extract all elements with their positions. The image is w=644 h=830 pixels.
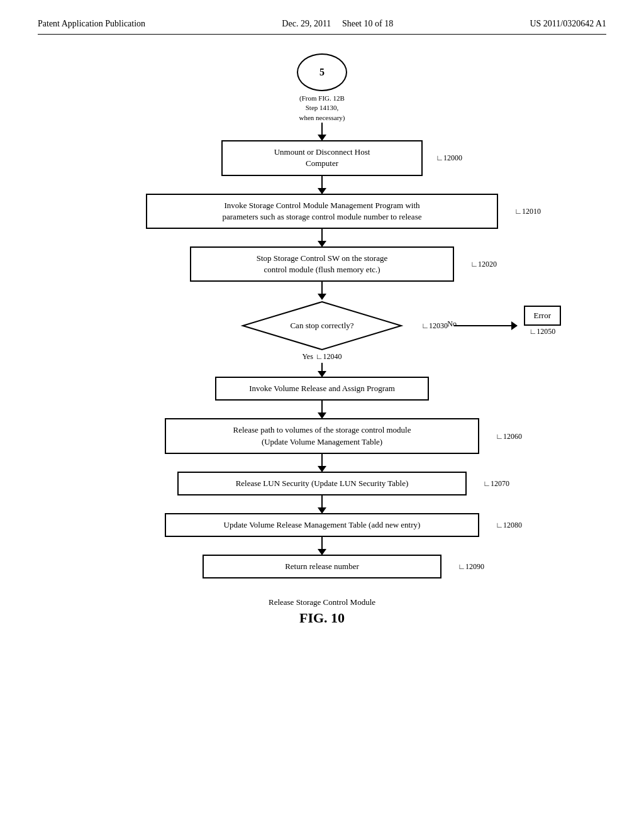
error-section: Error ∟12050	[524, 306, 561, 336]
step-12040-row: Invoke Volume Release and Assign Program	[77, 377, 567, 401]
step-12020-row: Stop Storage Control SW on the storageco…	[77, 246, 567, 282]
diagram-area: 5 (From FIG. 12BStep 14130,when necessar…	[77, 53, 567, 626]
arrow-6	[77, 401, 567, 418]
arrow-8	[77, 495, 567, 513]
step-12070-text: Release LUN Security (Update LUN Securit…	[236, 478, 409, 489]
step-12060-text: Release path to volumes of the storage c…	[233, 424, 411, 447]
connector-oval: 5	[297, 53, 347, 91]
no-branch	[454, 325, 517, 326]
step-12020-box: Stop Storage Control SW on the storageco…	[190, 246, 454, 282]
header-center: Dec. 29, 2011 Sheet 10 of 18	[282, 19, 393, 29]
no-arrow-head	[511, 321, 518, 330]
step-12010-text: Invoke Storage Control Module Management…	[223, 200, 422, 223]
caption-area: Release Storage Control Module FIG. 10	[77, 597, 567, 626]
decision-12030-wrapper: Can stop correctly? ∟12030 No	[240, 299, 404, 352]
connector-number: 5	[319, 66, 325, 79]
decision-12030: Can stop correctly?	[240, 299, 404, 352]
step-12090-text: Return release number	[285, 561, 359, 572]
step-12040-box: Invoke Volume Release and Assign Program	[215, 377, 429, 401]
step-12040-text: Invoke Volume Release and Assign Program	[249, 383, 395, 394]
step-12060-ref: ∟12060	[496, 431, 522, 441]
caption-line1: Release Storage Control Module	[77, 597, 567, 607]
step-12090-ref: ∟12090	[458, 562, 484, 572]
caption-fig-label: FIG. 10	[77, 610, 567, 626]
header-date: Dec. 29, 2011	[282, 19, 331, 28]
step-12010-row: Invoke Storage Control Module Management…	[77, 194, 567, 229]
arrow-9	[77, 537, 567, 555]
arrow-2	[77, 176, 567, 194]
no-label: No	[447, 319, 457, 329]
yes-label-row: Yes ∟12040	[302, 352, 341, 362]
step-12080-box: Update Volume Release Management Table (…	[165, 513, 479, 537]
step-12050-ref: ∟12050	[529, 327, 555, 336]
step-12040-ref: ∟12040	[316, 352, 342, 362]
step-12000-label: ∟12000	[436, 153, 462, 163]
step-12080-ref: ∟12080	[496, 521, 522, 530]
step-12020-ref: ∟12020	[470, 260, 497, 269]
header-right: US 2011/0320642 A1	[530, 19, 606, 29]
step-12030-ref: ∟12030	[421, 321, 448, 331]
connector-label: (From FIG. 12BStep 14130,when necessary)	[299, 94, 345, 123]
arrow-5	[321, 363, 323, 377]
arrow-7	[77, 454, 567, 472]
step-12040-wrapper: Invoke Volume Release and Assign Program	[215, 377, 429, 401]
step-12010-box: Invoke Storage Control Module Management…	[146, 194, 498, 229]
yes-label: Yes	[302, 352, 313, 362]
step-12000-row: Unmount or Disconnect HostComputer ∟1200…	[77, 140, 567, 175]
step-12020-text: Stop Storage Control SW on the storageco…	[257, 253, 387, 275]
error-text: Error	[534, 311, 551, 320]
arrow-1	[77, 123, 567, 140]
step-12090-row: Return release number ∟12090	[77, 555, 567, 578]
arrow-3	[77, 229, 567, 246]
yes-arrow-section: Yes ∟12040	[77, 352, 567, 377]
connector-section: 5 (From FIG. 12BStep 14130,when necessar…	[77, 53, 567, 123]
page-header: Patent Application Publication Dec. 29, …	[38, 19, 606, 35]
decision-12030-text: Can stop correctly?	[290, 321, 353, 331]
step-12070-row: Release LUN Security (Update LUN Securit…	[77, 472, 567, 495]
page: Patent Application Publication Dec. 29, …	[0, 0, 644, 830]
header-sheet: Sheet 10 of 18	[342, 19, 393, 28]
step-12030-row: Can stop correctly? ∟12030 No Error	[77, 299, 567, 352]
step-12010-ref: ∟12010	[514, 206, 541, 216]
arrow-4	[77, 282, 567, 299]
step-12070-ref: ∟12070	[483, 479, 509, 488]
step-12080-row: Update Volume Release Management Table (…	[77, 513, 567, 537]
step-12070-box: Release LUN Security (Update LUN Securit…	[177, 472, 467, 495]
step-12000-box: Unmount or Disconnect HostComputer ∟1200…	[221, 140, 423, 175]
step-12090-box: Return release number	[203, 555, 441, 578]
no-arrow-h	[454, 325, 517, 326]
step-12080-text: Update Volume Release Management Table (…	[224, 519, 421, 531]
step-12060-box: Release path to volumes of the storage c…	[165, 418, 479, 453]
step-12060-row: Release path to volumes of the storage c…	[77, 418, 567, 453]
error-box: Error	[524, 306, 561, 326]
step-12000-text: Unmount or Disconnect HostComputer	[274, 147, 370, 169]
header-left: Patent Application Publication	[38, 19, 145, 29]
